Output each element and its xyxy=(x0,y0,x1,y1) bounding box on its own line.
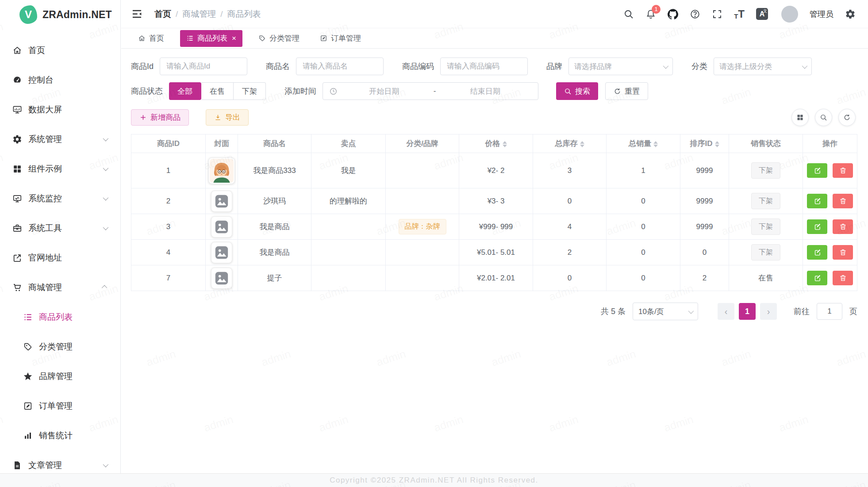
sidebar-item[interactable]: 组件示例 xyxy=(0,154,120,184)
sort-icons[interactable] xyxy=(653,141,658,147)
brand-select[interactable]: 请选择品牌 xyxy=(568,58,673,75)
menu-label: 系统监控 xyxy=(28,193,100,204)
username[interactable]: 管理员 xyxy=(810,9,833,19)
status-label: 商品状态 xyxy=(131,86,163,96)
sidebar-item[interactable]: 商品列表 xyxy=(0,302,120,332)
settings-gear-icon[interactable] xyxy=(845,9,856,19)
category-select[interactable]: 请选择上级分类 xyxy=(714,58,812,75)
page-tab[interactable]: 商品列表 × xyxy=(180,30,242,47)
page-tab[interactable]: 分类管理 xyxy=(254,30,304,47)
page-tab[interactable]: 首页 xyxy=(134,30,169,47)
font-size-icon[interactable]: TT xyxy=(734,9,745,19)
sidebar-item[interactable]: 系统管理 xyxy=(0,124,120,154)
column-header[interactable]: 总库存 xyxy=(533,134,607,153)
collapse-sidebar-icon[interactable] xyxy=(131,8,143,20)
table-refresh-icon[interactable] xyxy=(838,109,856,126)
goto-unit: 页 xyxy=(849,306,857,317)
sort-icons[interactable] xyxy=(715,141,719,147)
fullscreen-icon[interactable] xyxy=(712,9,722,19)
delete-button[interactable] xyxy=(833,163,853,178)
sidebar-item[interactable]: 分类管理 xyxy=(0,332,120,361)
delete-button[interactable] xyxy=(833,219,853,234)
sidebar-item[interactable]: 控制台 xyxy=(0,65,120,95)
chevron-down-icon xyxy=(688,308,694,314)
column-header[interactable]: 商品ID xyxy=(131,134,206,153)
column-header[interactable]: 卖点 xyxy=(311,134,386,153)
sidebar-item[interactable]: 商城管理 xyxy=(0,272,120,302)
cell-sales: 0 xyxy=(607,240,680,265)
page-size-select[interactable]: 10条/页 xyxy=(633,303,698,320)
edit-button[interactable] xyxy=(807,163,827,178)
product-id-input[interactable] xyxy=(160,58,247,75)
notification-bell-icon[interactable]: 1 xyxy=(645,9,656,19)
tab-close-icon[interactable]: × xyxy=(232,35,236,42)
cover-image[interactable] xyxy=(211,191,232,212)
product-name-input[interactable] xyxy=(296,58,384,75)
edit-button[interactable] xyxy=(807,271,827,285)
chevron-down-icon xyxy=(802,63,808,69)
copyright-text: Copyright ©2025 ZRAdmin.NET All Rights R… xyxy=(330,476,538,485)
help-icon[interactable] xyxy=(690,9,700,19)
goto-label: 前往 xyxy=(794,306,810,317)
search-button[interactable]: 搜索 xyxy=(556,82,598,100)
column-header[interactable]: 排序ID xyxy=(680,134,729,153)
edit-button[interactable] xyxy=(807,245,827,260)
sidebar-item[interactable]: 品牌管理 xyxy=(0,361,120,391)
status-option[interactable]: 下架 xyxy=(234,82,266,100)
edit-button[interactable] xyxy=(807,194,827,208)
sidebar-item[interactable]: 首页 xyxy=(0,35,120,65)
sort-icons[interactable] xyxy=(580,141,584,147)
column-header[interactable]: 封面 xyxy=(206,134,238,153)
export-button[interactable]: 导出 xyxy=(206,109,249,126)
cover-image[interactable] xyxy=(211,268,232,289)
cell-sort-id: 9999 xyxy=(680,153,729,188)
date-range-picker[interactable]: 开始日期 - 结束日期 xyxy=(323,82,538,100)
breadcrumb-shop[interactable]: 商城管理 xyxy=(182,8,216,20)
column-header[interactable]: 价格 xyxy=(459,134,533,153)
edit-button[interactable] xyxy=(807,219,827,234)
cover-image[interactable] xyxy=(211,242,232,263)
user-avatar[interactable] xyxy=(781,6,798,23)
product-code-input[interactable] xyxy=(440,58,528,75)
page-tab[interactable]: 订单管理 xyxy=(315,30,365,47)
sidebar-item[interactable]: 系统监控 xyxy=(0,184,120,213)
column-header[interactable]: 销售状态 xyxy=(729,134,803,153)
top-header: 首页 / 商城管理 / 商品列表 1 TT A文 管理员 xyxy=(121,0,868,28)
add-product-button[interactable]: 新增商品 xyxy=(131,109,189,126)
column-settings-icon[interactable] xyxy=(791,109,809,126)
table-search-icon[interactable] xyxy=(815,109,832,126)
column-header[interactable]: 分类/品牌 xyxy=(386,134,459,153)
sidebar-item[interactable]: 官网地址 xyxy=(0,243,120,272)
sidebar-item[interactable]: 数据大屏 xyxy=(0,95,120,124)
github-icon[interactable] xyxy=(668,9,678,19)
sidebar-item[interactable]: 系统工具 xyxy=(0,213,120,243)
status-option[interactable]: 全部 xyxy=(169,82,201,100)
sidebar-item[interactable]: 订单管理 xyxy=(0,391,120,421)
next-page-button[interactable]: › xyxy=(760,303,777,320)
cover-image[interactable] xyxy=(208,157,235,184)
goto-page-input[interactable] xyxy=(817,303,842,320)
product-list-page: V ZRAdmin.NET 首页 控制台 数据大屏 xyxy=(0,0,868,487)
app-logo[interactable]: V ZRAdmin.NET xyxy=(0,0,120,29)
status-option[interactable]: 在售 xyxy=(201,82,234,100)
reset-button[interactable]: 重置 xyxy=(605,82,648,100)
column-header[interactable]: 商品名 xyxy=(238,134,311,153)
breadcrumb-home[interactable]: 首页 xyxy=(154,8,171,20)
prev-page-button[interactable]: ‹ xyxy=(718,303,734,320)
delete-button[interactable] xyxy=(833,194,853,208)
plus-icon xyxy=(139,114,147,121)
sidebar-item[interactable]: 销售统计 xyxy=(0,421,120,450)
sort-icons[interactable] xyxy=(503,141,507,147)
delete-button[interactable] xyxy=(833,245,853,260)
cell-stock: 2 xyxy=(533,240,607,265)
language-icon[interactable]: A文 xyxy=(756,8,768,20)
column-header[interactable]: 操作 xyxy=(803,134,857,153)
delete-button[interactable] xyxy=(833,271,853,285)
search-icon[interactable] xyxy=(623,9,634,19)
cover-image[interactable] xyxy=(211,216,232,238)
status-badge: 下架 xyxy=(751,244,780,261)
add-product-label: 新增商品 xyxy=(150,112,181,123)
category-label: 分类 xyxy=(691,61,707,72)
current-page[interactable]: 1 xyxy=(739,303,756,320)
column-header[interactable]: 总销量 xyxy=(607,134,680,153)
